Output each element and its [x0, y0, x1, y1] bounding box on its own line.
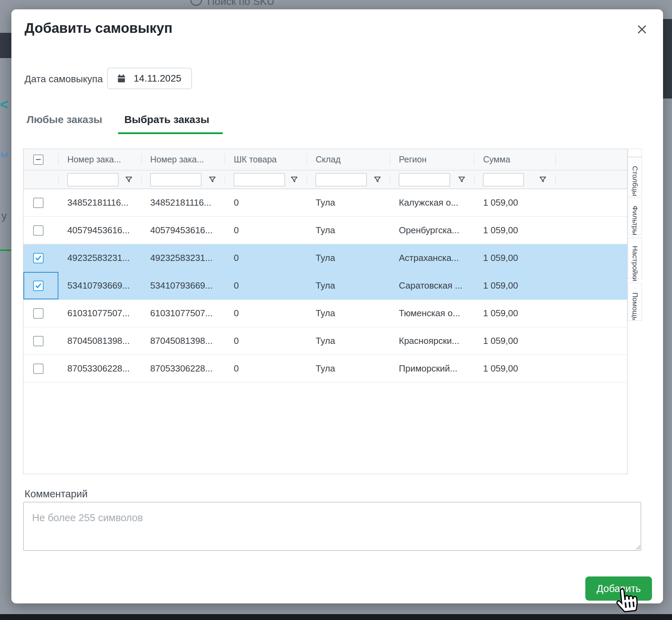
backdrop-text-fragment: ы — [1, 149, 8, 160]
cell-order-number-2[interactable]: 87053306228... — [141, 355, 225, 382]
filter-menu-button[interactable] — [125, 176, 133, 184]
table-row-selected[interactable]: 53410793669... 53410793669... 0 Тула Сар… — [23, 272, 627, 300]
cell-amount[interactable]: 1 059,00 — [474, 272, 555, 299]
side-tab-columns[interactable]: Столбцы — [628, 157, 642, 196]
side-tab-filters[interactable]: Фильтры — [628, 198, 642, 235]
filter-input-order2[interactable] — [150, 173, 201, 186]
comment-textarea[interactable] — [23, 502, 641, 551]
checkbox-cell[interactable] — [23, 355, 58, 382]
cell-order-number-2[interactable]: 87045081398... — [141, 327, 225, 355]
cell-order-number-2[interactable]: 49232583231... — [141, 244, 225, 272]
filter-menu-button[interactable] — [208, 176, 217, 184]
filter-menu-button[interactable] — [373, 176, 382, 184]
filter-menu-button[interactable] — [539, 176, 547, 184]
cell-order-number-2[interactable]: 40579453616... — [141, 217, 225, 244]
checkbox-cell[interactable] — [23, 189, 58, 216]
cell-barcode[interactable]: 0 — [225, 300, 307, 327]
cell-amount[interactable]: 1 059,00 — [474, 189, 555, 216]
cell-order-number[interactable]: 49232583231... — [58, 244, 141, 272]
table-row-selected[interactable]: 49232583231... 49232583231... 0 Тула Аст… — [23, 244, 627, 272]
table-row[interactable]: 87045081398... 87045081398... 0 Тула Кра… — [23, 327, 627, 355]
cell-warehouse[interactable]: Тула — [307, 355, 390, 382]
cell-order-number[interactable]: 87045081398... — [58, 327, 141, 355]
side-tab-settings[interactable]: Настройки — [628, 238, 642, 279]
cell-spacer — [555, 300, 627, 327]
cell-region[interactable]: Саратовская ... — [390, 272, 474, 299]
column-header[interactable]: Номер зака... — [141, 149, 225, 170]
row-checkbox[interactable] — [33, 308, 44, 319]
cell-barcode[interactable]: 0 — [225, 272, 307, 299]
cell-barcode[interactable]: 0 — [225, 189, 307, 216]
tab-any-orders[interactable]: Любые заказы — [27, 114, 102, 125]
checkbox-cell[interactable] — [23, 217, 58, 244]
funnel-icon — [539, 176, 547, 184]
checkbox-cell-focused[interactable] — [23, 272, 58, 299]
cell-region[interactable]: Приморский... — [390, 355, 474, 382]
column-header[interactable]: Сумма — [474, 149, 555, 170]
cell-barcode[interactable]: 0 — [225, 244, 307, 272]
cell-warehouse[interactable]: Тула — [307, 272, 390, 299]
filter-menu-button[interactable] — [458, 176, 466, 184]
row-checkbox-checked[interactable] — [33, 281, 44, 291]
cell-barcode[interactable]: 0 — [225, 327, 307, 355]
date-field[interactable]: 14.11.2025 — [107, 68, 192, 89]
side-tab-help[interactable]: Помощь — [628, 283, 642, 321]
cell-order-number-2[interactable]: 53410793669... — [141, 272, 225, 299]
close-button[interactable] — [635, 22, 649, 36]
cell-region[interactable]: Красноярски... — [390, 327, 474, 355]
filter-menu-button[interactable] — [290, 176, 298, 184]
cell-amount[interactable]: 1 059,00 — [474, 217, 555, 244]
cell-order-number[interactable]: 40579453616... — [58, 217, 141, 244]
filter-input-region[interactable] — [399, 173, 450, 186]
cell-order-number[interactable]: 87053306228... — [58, 355, 141, 382]
cell-region[interactable]: Оренбургска... — [390, 217, 474, 244]
checkbox-cell[interactable] — [23, 244, 58, 272]
cell-warehouse[interactable]: Тула — [307, 217, 390, 244]
filter-cell — [390, 170, 474, 189]
cell-amount[interactable]: 1 059,00 — [474, 327, 555, 355]
checkbox-cell[interactable] — [23, 300, 58, 327]
backdrop-logo-fragment: < — [0, 97, 8, 112]
cell-barcode[interactable]: 0 — [225, 217, 307, 244]
row-checkbox[interactable] — [33, 364, 44, 374]
cell-warehouse[interactable]: Тула — [307, 327, 390, 355]
column-header[interactable]: Регион — [390, 149, 474, 170]
cell-order-number[interactable]: 53410793669... — [58, 272, 141, 299]
filter-input-amount[interactable] — [483, 173, 524, 186]
column-header[interactable]: Номер зака... — [58, 149, 141, 170]
cell-barcode[interactable]: 0 — [225, 355, 307, 382]
close-icon — [637, 24, 647, 35]
cell-order-number[interactable]: 61031077507... — [58, 300, 141, 327]
cursor-icon — [614, 586, 640, 614]
tab-select-orders[interactable]: Выбрать заказы — [124, 114, 209, 125]
cell-amount[interactable]: 1 059,00 — [474, 244, 555, 272]
row-checkbox-checked[interactable] — [33, 253, 44, 263]
cell-region[interactable]: Калужская о... — [390, 189, 474, 216]
cell-order-number-2[interactable]: 61031077507... — [141, 300, 225, 327]
cell-region[interactable]: Тюменская о... — [390, 300, 474, 327]
table-row[interactable]: 40579453616... 40579453616... 0 Тула Оре… — [23, 217, 627, 244]
row-checkbox[interactable] — [33, 225, 44, 236]
row-checkbox[interactable] — [33, 336, 44, 346]
cell-amount[interactable]: 1 059,00 — [474, 355, 555, 382]
cell-warehouse[interactable]: Тула — [307, 300, 390, 327]
table-row[interactable]: 87053306228... 87053306228... 0 Тула При… — [23, 355, 627, 383]
funnel-icon — [209, 176, 216, 184]
select-all-checkbox[interactable] — [33, 154, 44, 165]
column-header[interactable]: ШК товара — [225, 149, 307, 170]
checkbox-cell[interactable] — [23, 327, 58, 355]
cell-region[interactable]: Астраханска... — [390, 244, 474, 272]
cell-warehouse[interactable]: Тула — [307, 189, 390, 216]
row-checkbox[interactable] — [33, 198, 44, 208]
column-header[interactable]: Склад — [307, 149, 390, 170]
cell-amount[interactable]: 1 059,00 — [474, 300, 555, 327]
resize-grip[interactable] — [635, 544, 641, 550]
filter-input-order1[interactable] — [67, 173, 118, 186]
cell-warehouse[interactable]: Тула — [307, 244, 390, 272]
filter-input-warehouse[interactable] — [316, 173, 367, 186]
table-row[interactable]: 34852181116... 34852181116... 0 Тула Кал… — [23, 189, 627, 217]
filter-input-barcode[interactable] — [234, 173, 285, 186]
table-row[interactable]: 61031077507... 61031077507... 0 Тула Тюм… — [23, 300, 627, 327]
cell-order-number-2[interactable]: 34852181116... — [141, 189, 225, 216]
cell-order-number[interactable]: 34852181116... — [58, 189, 141, 216]
